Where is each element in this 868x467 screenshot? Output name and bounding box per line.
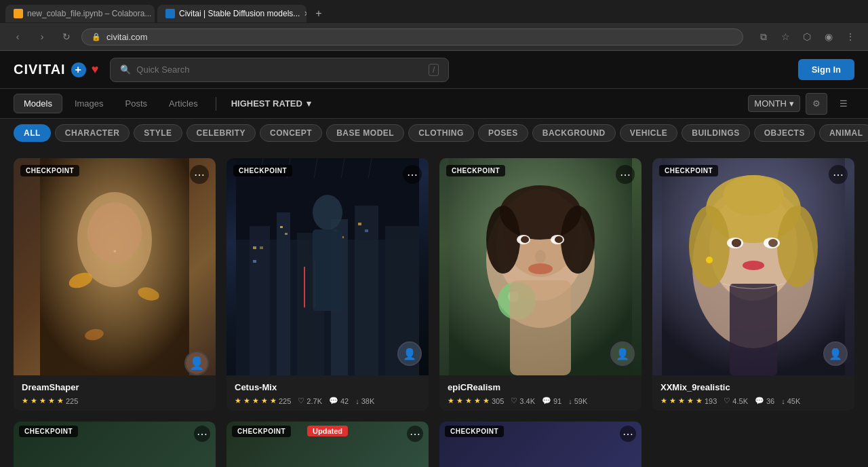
layout-button[interactable]: ☰ — [833, 93, 854, 115]
back-button[interactable]: ‹ — [8, 27, 27, 46]
url-bar[interactable]: 🔒 civitai.com — [81, 29, 743, 45]
category-animal[interactable]: ANIMAL — [819, 124, 868, 142]
category-celebrity[interactable]: CELEBRITY — [186, 124, 256, 142]
logo-text: CIVITAI — [14, 62, 66, 77]
star-rating-cetus-mix: ★ ★ ★ ★ ★ 225 — [235, 396, 291, 405]
card-badge-epicrealism: CHECKPOINT — [446, 165, 505, 176]
profile-button[interactable]: ◉ — [819, 27, 838, 46]
logo[interactable]: CIVITAI + ♥ — [14, 62, 99, 77]
partial-more-3[interactable]: ⋯ — [620, 426, 636, 442]
search-input[interactable] — [136, 64, 423, 75]
menu-button[interactable]: ⋮ — [841, 27, 860, 46]
star-1: ★ — [22, 396, 28, 405]
new-tab-button[interactable]: + — [309, 4, 328, 23]
svg-rect-19 — [285, 233, 288, 235]
partial-card-3[interactable]: CHECKPOINT ⋯ — [439, 422, 642, 467]
star-5: ★ — [270, 396, 277, 405]
model-card-cetus-mix[interactable]: 👤 CHECKPOINT ⋯ Cetus-Mix ★ ★ ★ ★ ★ 225 ♡… — [226, 158, 429, 411]
star-1: ★ — [448, 396, 454, 405]
card-stats-dreamshaper: ★ ★ ★ ★ ★ 225 — [22, 396, 208, 405]
stat-likes-epicrealism: ♡ 3.4K — [511, 396, 535, 405]
search-icon: 🔍 — [120, 64, 131, 75]
logo-heart-icon[interactable]: ♥ — [92, 62, 100, 77]
stat-comments-xxmix: 💬 36 — [755, 396, 774, 405]
category-concept[interactable]: CONCEPT — [260, 124, 322, 142]
search-bar[interactable]: 🔍 / — [110, 58, 449, 82]
tab-colab[interactable]: new_colab_file.ipynb – Colabora... ✕ — [5, 5, 155, 22]
sign-in-button[interactable]: Sign In — [798, 59, 854, 80]
browser-chrome: new_colab_file.ipynb – Colabora... ✕ Civ… — [0, 0, 868, 51]
category-base-model[interactable]: BASE MODEL — [326, 124, 404, 142]
card-info-dreamshaper: DreamShaper ★ ★ ★ ★ ★ 225 — [14, 375, 216, 411]
stat-comments-cetus-mix: 💬 42 — [329, 396, 349, 405]
card-more-xxmix[interactable]: ⋯ — [829, 165, 848, 184]
svg-point-54 — [777, 206, 818, 287]
category-all[interactable]: ALL — [14, 124, 51, 142]
nav-divider — [216, 97, 216, 111]
card-avatar-cetus-mix: 👤 — [397, 341, 422, 366]
puzzle-button[interactable]: ⬡ — [797, 27, 816, 46]
card-badge-cetus-mix: CHECKPOINT — [233, 165, 292, 176]
url-display: civitai.com — [106, 32, 148, 42]
partial-badge-3: CHECKPOINT — [445, 426, 504, 437]
partial-card-1[interactable]: CHECKPOINT ⋯ — [14, 422, 216, 467]
filter-button[interactable]: ⚙ — [806, 93, 827, 115]
partial-badge-1: CHECKPOINT — [19, 426, 78, 437]
svg-point-60 — [732, 239, 741, 247]
category-clothing[interactable]: CLOTHING — [408, 124, 474, 142]
stat-downloads-cetus-mix: ↓ 38K — [355, 397, 374, 405]
model-card-xxmix[interactable]: 👤 CHECKPOINT ⋯ XXMix_9realistic ★ ★ ★ ★ … — [652, 158, 854, 411]
card-title-xxmix: XXMix_9realistic — [660, 382, 846, 392]
nav-item-models[interactable]: Models — [14, 94, 62, 113]
partial-more-1[interactable]: ⋯ — [194, 426, 210, 442]
card-info-xxmix: XXMix_9realistic ★ ★ ★ ★ ★ 193 ♡ 4.5K 💬 … — [652, 375, 854, 411]
reload-button[interactable]: ↻ — [57, 27, 76, 46]
tab-favicon-civitai — [165, 9, 175, 18]
model-card-dreamshaper[interactable]: ✦ CHECKPOINT ⋯ 👤 DreamShaper ★ ★ ★ ★ ★ 2… — [14, 158, 216, 411]
forward-button[interactable]: › — [33, 27, 52, 46]
partial-more-2[interactable]: ⋯ — [407, 426, 423, 442]
nav-item-posts[interactable]: Posts — [116, 94, 157, 113]
category-background[interactable]: BACKGROUND — [532, 124, 616, 142]
comments-count: 42 — [340, 397, 349, 405]
nav-item-images[interactable]: Images — [65, 94, 113, 113]
download-icon: ↓ — [568, 397, 572, 405]
svg-rect-22 — [358, 223, 361, 225]
star-4: ★ — [261, 396, 268, 405]
comment-icon: 💬 — [755, 396, 764, 405]
card-more-dreamshaper[interactable]: ⋯ — [190, 165, 209, 184]
model-card-epicrealism[interactable]: 👤 CHECKPOINT ⋯ epiCRealism ★ ★ ★ ★ ★ 305… — [439, 158, 642, 411]
category-poses[interactable]: POSES — [478, 124, 528, 142]
svg-point-61 — [743, 261, 764, 270]
svg-rect-48 — [510, 280, 571, 375]
card-badge-xxmix: CHECKPOINT — [659, 165, 718, 176]
svg-rect-16 — [260, 246, 263, 249]
card-avatar-xxmix: 👤 — [823, 341, 848, 366]
card-more-epicrealism[interactable]: ⋯ — [616, 165, 635, 184]
sort-button[interactable]: HIGHEST RATED ▾ — [224, 94, 318, 113]
card-badge-dreamshaper: CHECKPOINT — [20, 165, 79, 176]
period-button[interactable]: MONTH ▾ — [748, 95, 800, 112]
category-buildings[interactable]: BUILDINGS — [682, 124, 750, 142]
bookmark-button[interactable]: ☆ — [776, 27, 795, 46]
category-character[interactable]: CHARACTER — [55, 124, 130, 142]
star-rating-epicrealism: ★ ★ ★ ★ ★ 305 — [448, 396, 504, 405]
category-vehicle[interactable]: VEHICLE — [620, 124, 678, 142]
star-3: ★ — [252, 396, 259, 405]
category-style[interactable]: STYLE — [134, 124, 182, 142]
partial-card-image-2: CHECKPOINT Updated ⋯ — [226, 422, 429, 467]
tab-civitai[interactable]: Civitai | Stable Diffusion models... ✕ — [157, 5, 307, 22]
extensions-button[interactable]: ⧉ — [754, 27, 773, 46]
category-objects[interactable]: OBJECTS — [754, 124, 815, 142]
comment-icon: 💬 — [542, 396, 551, 405]
model-grid: ✦ CHECKPOINT ⋯ 👤 DreamShaper ★ ★ ★ ★ ★ 2… — [0, 147, 868, 422]
star-5: ★ — [57, 396, 64, 405]
svg-point-44 — [535, 250, 546, 263]
partial-card-2[interactable]: CHECKPOINT Updated ⋯ — [226, 422, 429, 467]
period-label: MONTH — [754, 98, 787, 109]
logo-add-button[interactable]: + — [71, 62, 86, 77]
card-more-cetus-mix[interactable]: ⋯ — [403, 165, 422, 184]
tab-close-civitai[interactable]: ✕ — [304, 10, 307, 18]
stat-likes-xxmix: ♡ 4.5K — [724, 396, 748, 405]
nav-item-articles[interactable]: Articles — [159, 94, 208, 113]
